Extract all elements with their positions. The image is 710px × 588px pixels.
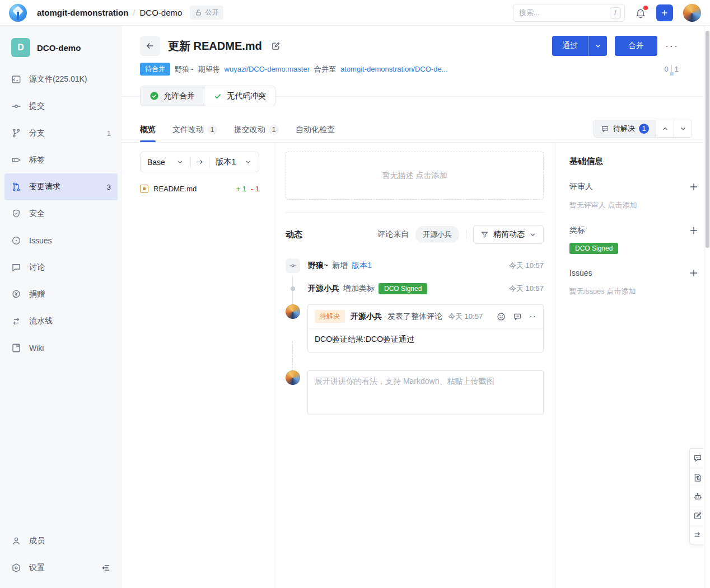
labels-label: 类标 [569, 225, 585, 236]
pending-resolve-button[interactable]: 待解决 1 [594, 120, 656, 137]
pr-meta: 待合并 野狼~ 期望将 wuyazi/DCO-demo:master 合并至 a… [140, 63, 703, 76]
comment-more-button[interactable]: ·· [529, 312, 536, 322]
sidebar-spacer [0, 361, 122, 528]
sidebar-item-commits[interactable]: 提交 [0, 93, 122, 120]
file-review-tool-button[interactable] [690, 468, 706, 487]
breadcrumb-repo[interactable]: DCO-demo [140, 8, 183, 17]
activity-title: 动态 [286, 229, 302, 240]
sidebar-item-wiki[interactable]: Wiki [0, 335, 122, 361]
source-branch-link[interactable]: wuyazi/DCO-demo:master [225, 65, 310, 73]
link-issue-button[interactable] [689, 268, 699, 278]
dco-signed-badge[interactable]: DCO Signed [569, 243, 618, 254]
tab-overview[interactable]: 概览 [140, 120, 156, 142]
compare-arrow-icon [190, 157, 209, 168]
tab-file-changes[interactable]: 文件改动 1 [172, 120, 217, 142]
robot-assistant-button[interactable] [690, 487, 706, 506]
activity-header: 动态 评论来自 开源小兵 精简动态 [286, 225, 544, 244]
sidebar-item-branches[interactable]: 分支 1 [0, 120, 122, 147]
current-user-avatar[interactable] [286, 370, 300, 385]
merge-button[interactable]: 合并 [615, 36, 657, 56]
changed-file-row[interactable]: README.md + 1 - 1 [140, 185, 259, 193]
sidebar-item-pipelines[interactable]: 流水线 [0, 308, 122, 335]
add-label-button[interactable] [689, 225, 699, 236]
expand-panel-button[interactable] [690, 525, 706, 544]
plus-icon [660, 8, 669, 17]
edit-tool-button[interactable] [690, 506, 706, 525]
sidebar-item-donate[interactable]: 捐赠 [0, 281, 122, 308]
check-circle-icon [150, 91, 159, 101]
collapse-sidebar-button[interactable] [101, 563, 111, 573]
comment-from-label: 评论来自 [377, 229, 409, 239]
branches-count: 1 [107, 129, 111, 138]
plus-icon [689, 268, 699, 278]
base-version-select[interactable]: Base [141, 158, 190, 167]
event-user[interactable]: 开源小兵 [308, 284, 339, 294]
reply-comment-button[interactable] [513, 312, 522, 321]
comment-from-user-chip[interactable]: 开源小兵 [415, 226, 459, 243]
description-placeholder[interactable]: 暂无描述 点击添加 [286, 152, 544, 200]
breadcrumb-separator: / [133, 8, 135, 17]
sidebar-item-source-files[interactable]: 源文件(225.01K) [0, 66, 122, 93]
comment-icon [601, 125, 609, 133]
sidebar-item-members[interactable]: 成员 [0, 528, 122, 554]
back-button[interactable] [140, 36, 160, 56]
emoji-reaction-button[interactable] [497, 312, 506, 321]
file-name: README.md [153, 185, 197, 193]
settings-icon [11, 563, 21, 573]
issues-empty-text[interactable]: 暂无issues 点击添加 [569, 286, 699, 297]
approve-dropdown-button[interactable] [588, 36, 607, 56]
repo-avatar[interactable]: D [11, 38, 30, 57]
pending-resolve-count: 1 [639, 124, 649, 134]
page-scrollbar[interactable] [704, 26, 710, 588]
commit-changes-count: 1 [269, 125, 279, 135]
pr-header: 更新 README.md 通过 合并 ··· [140, 36, 703, 56]
divider [466, 230, 466, 239]
tab-commit-changes[interactable]: 提交改动 1 [234, 120, 279, 142]
approve-button[interactable]: 通过 [552, 36, 588, 56]
reviewers-empty-text[interactable]: 暂无评审人 点击添加 [569, 200, 699, 210]
reviewers-section: 评审人 暂无评审人 点击添加 [569, 182, 699, 210]
add-reviewer-button[interactable] [689, 182, 699, 192]
version-compare-selector: Base 版本1 [140, 152, 259, 172]
activity-filter-button[interactable]: 精简动态 [473, 225, 544, 244]
tab-automated-checks[interactable]: 自动化检查 [296, 120, 335, 142]
sidebar-item-tags[interactable]: 标签 [0, 147, 122, 173]
comment-time: 今天 10:57 [448, 312, 483, 322]
user-avatar[interactable] [683, 4, 701, 22]
create-new-button[interactable] [656, 4, 673, 21]
search-input[interactable] [519, 8, 606, 17]
head-version-select[interactable]: 版本1 [209, 157, 259, 167]
comments-tool-button[interactable] [690, 449, 706, 468]
tag-icon [11, 155, 21, 165]
deletions: - 1 [251, 185, 259, 193]
sidebar-item-security[interactable]: 安全 [0, 200, 122, 227]
event-user[interactable]: 野狼~ [308, 261, 328, 271]
sidebar-item-issues[interactable]: Issues [0, 227, 122, 254]
notifications-button[interactable] [635, 7, 646, 18]
labels-section: 类标 DCO Signed [569, 225, 699, 253]
commenter-avatar[interactable] [286, 304, 300, 319]
sidebar-item-discussions[interactable]: 讨论 [0, 254, 122, 281]
chevron-down-icon [679, 125, 687, 133]
edit-title-button[interactable] [271, 41, 281, 51]
sidebar-item-change-requests[interactable]: 变更请求 3 [4, 173, 118, 200]
version-link[interactable]: 版本1 [352, 261, 372, 271]
activity-panel: 暂无描述 点击添加 动态 评论来自 开源小兵 精简动态 [274, 143, 555, 588]
notification-dot [643, 6, 648, 10]
reviewers-label: 评审人 [569, 182, 593, 192]
task-progress: 0 1 [665, 65, 679, 73]
dco-signed-badge: DCO Signed [379, 283, 427, 294]
target-branch-link[interactable]: atomgit-demonstration/DCO-de... [340, 65, 447, 73]
comment-user[interactable]: 开源小兵 [351, 312, 382, 322]
pr-author: 野狼~ [175, 64, 194, 74]
prev-resolve-button[interactable] [656, 120, 674, 137]
sidebar-item-settings[interactable]: 设置 [0, 554, 122, 581]
next-resolve-button[interactable] [674, 120, 692, 137]
scrollbar-thumb[interactable] [706, 31, 709, 248]
funnel-icon [480, 231, 489, 239]
reply-input[interactable] [307, 370, 544, 415]
robot-icon [693, 492, 702, 501]
atomgit-logo-icon[interactable] [9, 4, 27, 22]
more-actions-button[interactable]: ··· [665, 40, 679, 52]
breadcrumb-org[interactable]: atomgit-demonstration [37, 8, 128, 17]
